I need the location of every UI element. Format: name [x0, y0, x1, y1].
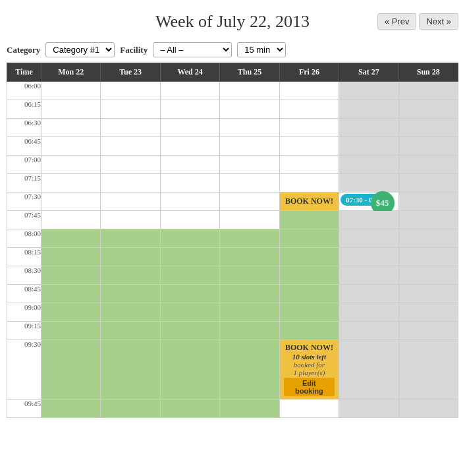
fri-0730-book[interactable]: BOOK NOW! — [279, 193, 339, 211]
sat-0715 — [339, 174, 398, 193]
facility-label: Facility — [120, 45, 148, 55]
calendar-table: Time Mon 22 Tue 23 Wed 24 Thu 25 Fri 26 … — [7, 63, 458, 418]
booking-block[interactable]: BOOK NOW! 10 slots left booked for 1 pla… — [280, 340, 339, 399]
tue-0615 — [101, 100, 160, 119]
sat-0845 — [339, 285, 398, 303]
sat-0830 — [339, 266, 398, 285]
wed-0900 — [160, 303, 219, 322]
wed-0745 — [160, 211, 219, 229]
thu-0715 — [220, 174, 279, 193]
sat-0700 — [339, 156, 398, 174]
thu-0900 — [220, 303, 279, 322]
table-row: 06:45 — [7, 137, 458, 156]
mon-0600 — [41, 82, 101, 100]
mon-0745 — [41, 211, 101, 229]
time-cell: 07:15 — [7, 174, 41, 193]
sun-0845 — [398, 285, 458, 303]
table-row: 08:45 — [7, 285, 458, 303]
wed-0700 — [160, 156, 219, 174]
sun-0800 — [398, 229, 458, 248]
thu-0800 — [220, 229, 279, 248]
book-now-button[interactable]: BOOK NOW! — [280, 193, 339, 210]
tue-0900 — [101, 303, 160, 322]
edit-booking-button[interactable]: Edit booking — [284, 378, 335, 396]
facility-select[interactable]: – All – — [153, 42, 232, 57]
tue-0745 — [101, 211, 160, 229]
fri-0945 — [279, 400, 339, 418]
wed-0830 — [160, 266, 219, 285]
table-row: 07:00 — [7, 156, 458, 174]
wed-0715 — [160, 174, 219, 193]
fri-0615 — [279, 100, 339, 119]
time-cell: 08:00 — [7, 229, 41, 248]
fri-0800 — [279, 229, 339, 248]
time-cell: 07:45 — [7, 211, 41, 229]
page-title: Week of July 22, 2013 — [155, 12, 310, 32]
wed-0630 — [160, 119, 219, 137]
mon-0945 — [41, 400, 101, 418]
col-sun: Sun 28 — [398, 63, 458, 82]
wed-0930 — [160, 340, 219, 400]
tue-0915 — [101, 322, 160, 340]
sat-0800 — [339, 229, 398, 248]
sun-0900 — [398, 303, 458, 322]
thu-0600 — [220, 82, 279, 100]
sat-0900 — [339, 303, 398, 322]
tue-0930 — [101, 340, 160, 400]
tue-0600 — [101, 82, 160, 100]
table-row-0930: 09:30 BOOK NOW! 10 slots left booked for… — [7, 340, 458, 400]
time-cell: 09:15 — [7, 322, 41, 340]
fri-0930-booking[interactable]: BOOK NOW! 10 slots left booked for 1 pla… — [279, 340, 339, 400]
tue-0700 — [101, 156, 160, 174]
mon-0830 — [41, 266, 101, 285]
header-row-table: Time Mon 22 Tue 23 Wed 24 Thu 25 Fri 26 … — [7, 63, 458, 82]
time-cell: 09:00 — [7, 303, 41, 322]
sat-0615 — [339, 100, 398, 119]
slots-left: 10 slots left — [284, 353, 335, 361]
prev-button[interactable]: « Prev — [377, 13, 417, 30]
fri-0915 — [279, 322, 339, 340]
time-cell: 07:30 — [7, 193, 41, 211]
category-select[interactable]: Category #1 — [45, 42, 115, 57]
time-cell: 08:15 — [7, 248, 41, 266]
sun-0745 — [398, 211, 458, 229]
table-row-0945: 09:45 — [7, 400, 458, 418]
thu-0630 — [220, 119, 279, 137]
sun-0645 — [398, 137, 458, 156]
wed-0815 — [160, 248, 219, 266]
tue-0715 — [101, 174, 160, 193]
time-cell: 06:45 — [7, 137, 41, 156]
tue-0830 — [101, 266, 160, 285]
table-row-0745: 07:45 — [7, 211, 458, 229]
filters-row: Category Category #1 Facility – All – 15… — [0, 38, 465, 63]
tue-0815 — [101, 248, 160, 266]
table-row: 09:15 — [7, 322, 458, 340]
sun-0700 — [398, 156, 458, 174]
fri-0700 — [279, 156, 339, 174]
col-sat: Sat 27 — [339, 63, 398, 82]
thu-0830 — [220, 266, 279, 285]
thu-0730 — [220, 193, 279, 211]
mon-0630 — [41, 119, 101, 137]
mon-0615 — [41, 100, 101, 119]
time-cell: 06:15 — [7, 100, 41, 119]
thu-0815 — [220, 248, 279, 266]
time-cell: 08:30 — [7, 266, 41, 285]
sun-0600 — [398, 82, 458, 100]
fri-0715 — [279, 174, 339, 193]
calendar-wrapper: Time Mon 22 Tue 23 Wed 24 Thu 25 Fri 26 … — [0, 63, 465, 418]
sat-0645 — [339, 137, 398, 156]
thu-0945 — [220, 400, 279, 418]
time-cell: 09:45 — [7, 400, 41, 418]
col-thu: Thu 25 — [220, 63, 279, 82]
sun-0830 — [398, 266, 458, 285]
sun-0930 — [398, 340, 458, 400]
time-cell: 07:00 — [7, 156, 41, 174]
next-button[interactable]: Next » — [419, 13, 458, 30]
mon-0815 — [41, 248, 101, 266]
interval-select[interactable]: 15 min — [237, 42, 286, 57]
time-cell: 06:30 — [7, 119, 41, 137]
wed-0600 — [160, 82, 219, 100]
time-cell: 06:00 — [7, 82, 41, 100]
sun-0945 — [398, 400, 458, 418]
